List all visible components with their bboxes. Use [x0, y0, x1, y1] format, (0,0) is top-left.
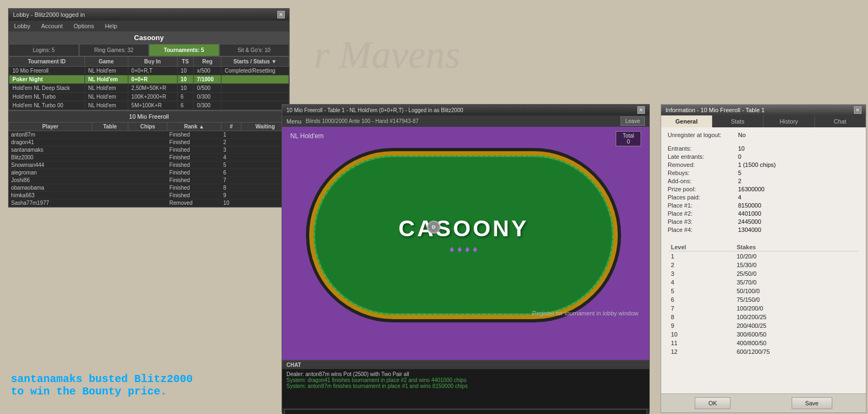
col-buyin[interactable]: Buy In [128, 57, 177, 67]
lobby-menu-lobby[interactable]: Lobby [11, 22, 34, 30]
player-row: himka663 Finished 9 [9, 192, 289, 199]
watermark-text: r Mavens [314, 33, 460, 77]
register-text: Register for tournament in lobby window [532, 310, 638, 316]
lobby-menu-options[interactable]: Options [70, 22, 97, 30]
entrants-label: Entrants: [668, 145, 738, 152]
player-row: Joshi86 Finished 7 [9, 177, 289, 184]
tab-sit-go[interactable]: Sit & Go's: 10 [219, 44, 290, 56]
tournament-row[interactable]: 10 Mio Freeroll NL Hold'em 0+0+R,T 10 x/… [9, 67, 289, 75]
col-num: # [221, 122, 241, 131]
col-player: Player [9, 122, 92, 131]
chat-area: CHAT Dealer: anton87m wins Pot (2500) wi… [282, 360, 649, 414]
dealer-button: D [427, 221, 440, 234]
lobby-menu-help[interactable]: Help [102, 22, 121, 30]
table-window: 10 Mio Freeroll - Table 1 - NL Hold'em (… [282, 104, 650, 413]
table-menubar: Menu Blinds 1000/2000 Ante 100 - Hand #1… [282, 115, 649, 127]
players-table: Player Table Chips Rank ▲ # Waiting anto… [9, 122, 289, 207]
player-row: santanamaks Finished 3 [9, 146, 289, 154]
col-starts-status[interactable]: Starts / Status ▼ [221, 57, 289, 67]
bounty-message: santanamaks busted Blitz2000 to win the … [11, 373, 193, 398]
table-title-text: 10 Mio Freeroll - Table 1 - NL Hold'em (… [286, 107, 464, 113]
info-unregister-row: Unregister at logout: No [668, 132, 859, 138]
lobby-menubar: Lobby Account Options Help [9, 21, 289, 31]
tab-history[interactable]: History [763, 115, 815, 127]
col-chips: Chips [128, 122, 167, 131]
info-tabs: General Stats History Chat [661, 115, 866, 127]
rebuys-value: 5 [738, 170, 741, 176]
tab-stats[interactable]: Stats [713, 115, 764, 127]
table-titlebar: 10 Mio Freeroll - Table 1 - NL Hold'em (… [282, 105, 649, 115]
info-place4-row: Place #4: 1304000 [668, 227, 859, 233]
total-label: Total [623, 133, 634, 139]
chat-input[interactable] [284, 409, 647, 414]
total-box: Total 0 [616, 131, 641, 146]
tab-ring-games[interactable]: Ring Games: 32 [79, 44, 149, 56]
table-menu-button[interactable]: Menu [286, 118, 302, 125]
info-close-button[interactable]: ✕ [854, 106, 862, 114]
level-row: 215/30/0 [669, 261, 858, 269]
late-value: 0 [738, 153, 741, 160]
col-reg[interactable]: Reg [193, 57, 221, 67]
late-label: Late entrants: [668, 153, 738, 160]
level-row: 110/20/0 [669, 253, 858, 260]
save-button[interactable]: Save [792, 397, 832, 409]
info-late-row: Late entrants: 0 [668, 153, 859, 160]
tab-general[interactable]: General [661, 115, 713, 127]
tournament-row[interactable]: Hold'em NL Turbo 00 NL Hold'em 5M+100K+R… [9, 101, 289, 110]
players-section: 10 Mio Freeroll Player Table Chips Rank … [9, 110, 289, 207]
rebuys-label: Rebuys: [668, 170, 738, 176]
info-place1-row: Place #1: 8150000 [668, 202, 859, 209]
entrants-value: 10 [738, 145, 745, 152]
lobby-casoony-title: Casoony [9, 31, 289, 44]
players-section-title: 10 Mio Freeroll [9, 111, 289, 122]
chat-header-label: CHAT [282, 361, 649, 369]
info-place3-row: Place #3: 2445000 [668, 218, 859, 225]
lobby-window: Lobby - Blitz2000 logged in ✕ Lobby Acco… [8, 8, 290, 208]
col-rank[interactable]: Rank ▲ [167, 122, 221, 131]
lobby-title-text: Lobby - Blitz2000 logged in [13, 11, 85, 18]
col-tournament-id[interactable]: Tournament ID [9, 57, 85, 67]
places-paid-value: 4 [738, 194, 741, 200]
level-row: 10300/600/50 [669, 331, 858, 338]
bounty-line1: santanamaks busted Blitz2000 [11, 373, 193, 385]
col-table: Table [92, 122, 128, 131]
info-places-paid-row: Places paid: 4 [668, 194, 859, 200]
tournament-row-selected[interactable]: Poker Night NL Hold'em 0+0+R 10 7/1000 [9, 75, 289, 84]
player-row: alegroman Finished 6 [9, 169, 289, 177]
info-bottom-bar: OK Save [661, 393, 866, 412]
leave-button[interactable]: Leave [621, 117, 645, 126]
ok-button[interactable]: OK [695, 397, 730, 409]
lobby-close-button[interactable]: ✕ [277, 11, 285, 18]
player-row: anton87m Finished 1 [9, 131, 289, 139]
place2-value: 4401000 [738, 210, 761, 217]
tab-tournaments[interactable]: Tournaments: 5 [149, 44, 219, 56]
table-close-button[interactable]: ✕ [637, 106, 645, 114]
place4-value: 1304000 [738, 227, 761, 233]
tournament-row[interactable]: Hold'em NL Turbo NL Hold'em 100K+2000+R … [9, 93, 289, 101]
col-game[interactable]: Game [84, 57, 128, 67]
info-window: Information - 10 Mio Freeroll - Table 1 … [661, 104, 866, 413]
player-row: Sasha77m1977 Removed 10 [9, 199, 289, 207]
unregister-label: Unregister at logout: [668, 132, 738, 138]
level-row: 8100/200/25 [669, 313, 858, 321]
tab-logins[interactable]: Logins: 5 [9, 44, 79, 56]
col-ts[interactable]: TS [177, 57, 193, 67]
level-row: 325/50/0 [669, 270, 858, 277]
lobby-menu-account[interactable]: Account [38, 22, 66, 30]
tournament-row[interactable]: Hold'em NL Deep Stack NL Hold'em 2,50M+5… [9, 84, 289, 93]
lobby-titlebar: Lobby - Blitz2000 logged in ✕ [9, 9, 289, 21]
chat-message-2: System: anton87m finishes tournament in … [286, 383, 645, 389]
game-type-label: NL Hold'em [290, 132, 324, 140]
player-row: Snowman444 Finished 5 [9, 161, 289, 169]
tab-chat[interactable]: Chat [815, 115, 866, 127]
place3-label: Place #3: [668, 218, 738, 225]
chat-messages: Dealer: anton87m wins Pot (2500) with Tw… [282, 369, 649, 408]
level-row: 675/150/0 [669, 296, 858, 303]
poker-area: NL Hold'em Total 0 CASOONY ♦ ♦ ♦ ♦ D Reg… [282, 127, 649, 360]
place4-label: Place #4: [668, 227, 738, 233]
poker-table-inner: CASOONY ♦ ♦ ♦ ♦ [314, 156, 614, 315]
info-titlebar: Information - 10 Mio Freeroll - Table 1 … [661, 105, 866, 115]
level-row: 550/100/0 [669, 287, 858, 295]
levels-col-stakes: Stakes [734, 243, 858, 251]
bounty-line2: to win the Bounty price. [11, 385, 193, 398]
